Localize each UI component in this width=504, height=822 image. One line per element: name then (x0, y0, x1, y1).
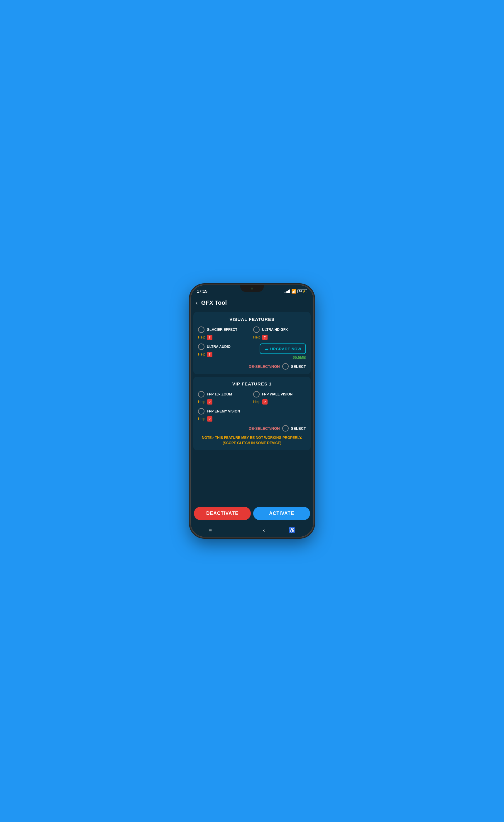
vip-features-grid: FPP 10x ZOOM Help ? FPP W (198, 391, 306, 422)
status-icons: 📶 26 ⚡ (285, 289, 307, 294)
vip-select-radio[interactable] (282, 425, 289, 432)
app-header: ‹ GFX Tool (191, 296, 313, 310)
fpp-wall-label: FPP WALL VISION (262, 392, 292, 396)
vip-features-title: VIP FEATURES 1 (198, 381, 306, 386)
visual-features-title: VISUAL FEATURES (198, 317, 306, 322)
fpp-enemy-help-row: Help ? (198, 416, 306, 422)
visual-features-grid: GLACIER EFFECT Help ? ULT (198, 327, 306, 360)
fpp-zoom-row: FPP 10x ZOOM (198, 391, 251, 398)
visual-select-row: DE-SELECT/NON SELECT (198, 363, 306, 370)
fpp-wall-radio[interactable] (253, 391, 260, 398)
nav-menu-icon[interactable]: ≡ (209, 527, 212, 533)
activate-button[interactable]: ACTIVATE (253, 507, 310, 520)
glacier-help-icon[interactable]: ? (207, 335, 212, 340)
fpp-enemy-row: FPP ENEMY VISION (198, 408, 306, 415)
vip-features-card: VIP FEATURES 1 FPP 10x ZOOM Help ? (193, 377, 311, 450)
camera-dot (251, 288, 253, 290)
battery-percent: 26 (299, 290, 302, 293)
visual-select-label: SELECT (291, 364, 306, 369)
vip-deselect-label[interactable]: DE-SELECT/NON (249, 426, 280, 431)
ultra-audio-help-row: Help ? (198, 352, 251, 357)
fpp-wall-item: FPP WALL VISION Help ? (253, 391, 306, 405)
back-button[interactable]: ‹ (196, 300, 198, 306)
ultra-audio-item: ULTRA AUDIO Help ? (198, 344, 251, 360)
fpp-wall-row: FPP WALL VISION (253, 391, 306, 398)
nav-accessibility-icon[interactable]: ♿ (289, 527, 295, 533)
glacier-effect-radio[interactable] (198, 327, 204, 333)
ultra-audio-row: ULTRA AUDIO (198, 344, 251, 350)
upgrade-area: ☁ UPGRADE NOW 65.5MB (253, 344, 306, 360)
ultra-audio-radio[interactable] (198, 344, 204, 350)
vip-select-row: DE-SELECT/NON SELECT (198, 425, 306, 432)
upgrade-icon: ☁ (264, 346, 269, 351)
fpp-zoom-help-icon[interactable]: ? (207, 399, 212, 405)
fpp-wall-help-text[interactable]: Help (253, 400, 261, 404)
phone-device: 17:15 📶 26 ⚡ ‹ GFX Tool (190, 285, 314, 537)
glacier-effect-item: GLACIER EFFECT Help ? (198, 327, 251, 340)
fpp-enemy-radio[interactable] (198, 408, 204, 415)
visual-features-card: VISUAL FEATURES GLACIER EFFECT Help ? (193, 312, 311, 374)
fpp-enemy-help-icon[interactable]: ? (207, 416, 212, 422)
deactivate-button[interactable]: DEACTIVATE (194, 507, 251, 520)
ultra-hd-radio[interactable] (253, 327, 260, 333)
vip-select-label: SELECT (291, 426, 306, 431)
upgrade-now-button[interactable]: ☁ UPGRADE NOW (260, 344, 306, 354)
fpp-zoom-item: FPP 10x ZOOM Help ? (198, 391, 251, 405)
ultra-hd-label: ULTRA HD GFX (262, 328, 288, 332)
file-size-label: 65.5MB (292, 355, 306, 360)
fpp-wall-help-icon[interactable]: ? (262, 399, 268, 405)
glacier-help-row: Help ? (198, 335, 251, 340)
fpp-enemy-label: FPP ENEMY VISION (207, 409, 240, 413)
fpp-zoom-help-row: Help ? (198, 399, 251, 405)
ultra-audio-help-icon[interactable]: ? (207, 352, 212, 357)
ultra-hd-help-icon[interactable]: ? (262, 335, 268, 340)
ultra-hd-help-text[interactable]: Help (253, 335, 261, 339)
fpp-zoom-label: FPP 10x ZOOM (207, 392, 232, 396)
bottom-buttons: DEACTIVATE ACTIVATE (191, 503, 313, 524)
fpp-zoom-help-text[interactable]: Help (198, 400, 205, 404)
visual-deselect-label[interactable]: DE-SELECT/NON (249, 364, 280, 369)
fpp-wall-help-row: Help ? (253, 399, 306, 405)
visual-select-radio[interactable] (282, 363, 289, 370)
main-content: VISUAL FEATURES GLACIER EFFECT Help ? (191, 310, 313, 503)
wifi-icon: 📶 (291, 289, 296, 294)
glacier-effect-label: GLACIER EFFECT (207, 328, 237, 332)
notch (240, 285, 264, 292)
ultra-hd-item: ULTRA HD GFX Help ? (253, 327, 306, 340)
app-title: GFX Tool (201, 300, 227, 306)
battery-indicator: 26 ⚡ (297, 289, 307, 293)
ultra-audio-help-text[interactable]: Help (198, 352, 205, 356)
glacier-help-text[interactable]: Help (198, 335, 205, 339)
vip-note: NOTE:- THIS FEATURE MEY BE NOT WORKING P… (198, 435, 306, 446)
glacier-effect-row: GLACIER EFFECT (198, 327, 251, 333)
status-time: 17:15 (197, 289, 207, 294)
phone-screen: 17:15 📶 26 ⚡ ‹ GFX Tool (191, 285, 313, 537)
fpp-enemy-help-text[interactable]: Help (198, 417, 205, 421)
nav-bar: ≡ □ ‹ ♿ (191, 524, 313, 537)
ultra-hd-row: ULTRA HD GFX (253, 327, 306, 333)
fpp-enemy-item: FPP ENEMY VISION Help ? (198, 408, 306, 422)
nav-home-icon[interactable]: □ (236, 527, 239, 533)
signal-bars-icon (285, 290, 290, 293)
nav-back-icon[interactable]: ‹ (263, 527, 265, 533)
fpp-zoom-radio[interactable] (198, 391, 204, 398)
battery-icon: ⚡ (302, 290, 306, 293)
ultra-hd-help-row: Help ? (253, 335, 306, 340)
upgrade-now-label: UPGRADE NOW (270, 347, 301, 351)
ultra-audio-label: ULTRA AUDIO (207, 345, 231, 349)
